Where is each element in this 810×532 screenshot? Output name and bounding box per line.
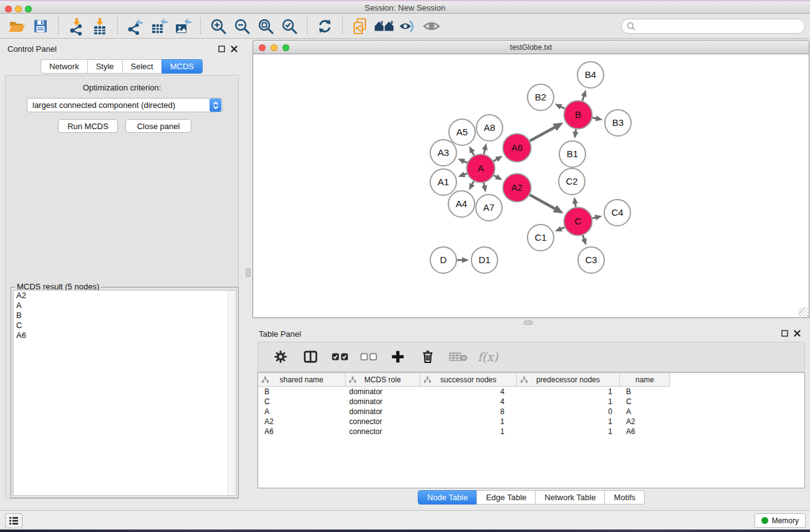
shared-column-icon xyxy=(521,377,528,383)
tab-edge-table[interactable]: Edge Table xyxy=(476,490,536,505)
mcds-result-item[interactable]: A xyxy=(14,301,236,311)
table-cell: C xyxy=(258,397,345,407)
list-scrollbar[interactable] xyxy=(228,291,236,495)
table-cell: connector xyxy=(345,417,420,427)
tab-node-table[interactable]: Node Table xyxy=(418,490,478,505)
network-window: testGlobe.txt AA1A2A3A4A5A6A7A8BB1B2B3B4… xyxy=(253,40,809,318)
column-header-shared-name[interactable]: shared name xyxy=(258,373,345,387)
table-cell: dominator xyxy=(345,407,420,417)
table-cell: 8 xyxy=(420,407,517,417)
resize-grip[interactable] xyxy=(799,307,808,317)
split-columns-icon[interactable] xyxy=(301,347,321,367)
tab-style[interactable]: Style xyxy=(87,59,123,74)
search-input[interactable] xyxy=(621,19,805,34)
table-cell: 4 xyxy=(420,397,517,407)
table-cell: A2 xyxy=(620,417,670,427)
table-row[interactable]: Adominator80A xyxy=(258,407,804,417)
table-row[interactable]: Bdominator41B xyxy=(258,387,804,397)
optimization-criterion-label: Optimization criterion: xyxy=(6,83,238,92)
graph-node-label: A6 xyxy=(511,142,523,153)
graph-node-label: A8 xyxy=(484,122,495,133)
tab-network-table[interactable]: Network Table xyxy=(535,490,605,505)
control-panel: Control Panel NetworkStyleSelectMCDS Opt… xyxy=(0,39,243,510)
zoom-out-icon[interactable] xyxy=(232,16,252,36)
vertical-divider-handle[interactable] xyxy=(246,268,251,277)
control-panel-title: Control Panel xyxy=(7,44,57,54)
mcds-result-item[interactable]: A6 xyxy=(14,331,236,341)
table-cell: A6 xyxy=(620,427,670,437)
zoom-fit-icon[interactable] xyxy=(256,16,276,36)
tab-select[interactable]: Select xyxy=(122,59,162,74)
network-graph: AA1A2A3A4A5A6A7A8BB1B2B3B4CC1C2C3C4DD1 xyxy=(253,54,809,317)
network-canvas[interactable]: AA1A2A3A4A5A6A7A8BB1B2B3B4CC1C2C3C4DD1 xyxy=(253,54,809,318)
home-icon[interactable] xyxy=(374,16,394,36)
graph-node-label: C1 xyxy=(534,232,546,243)
table-toolbar: f(x) xyxy=(258,342,805,372)
eye-slash-icon[interactable] xyxy=(398,16,418,36)
trash-icon[interactable] xyxy=(418,347,438,367)
memory-button[interactable]: Memory xyxy=(755,513,806,528)
select-stepper-icon xyxy=(210,99,221,112)
close-panel-button[interactable]: Close panel xyxy=(125,119,191,133)
table-row[interactable]: Cdominator41C xyxy=(258,397,804,407)
close-table-panel-icon[interactable] xyxy=(793,329,801,337)
horizontal-divider-handle[interactable] xyxy=(524,321,533,325)
unselect-all-checkboxes-icon[interactable] xyxy=(359,347,378,367)
criterion-select[interactable]: largest connected component (directed) xyxy=(27,98,223,112)
import-network-icon[interactable] xyxy=(66,16,86,36)
graph-edge-A6-B xyxy=(530,127,556,141)
select-all-checkboxes-icon[interactable] xyxy=(330,347,349,367)
tab-network[interactable]: Network xyxy=(41,59,88,74)
graph-node-label: A5 xyxy=(456,127,468,137)
refresh-icon[interactable] xyxy=(315,16,335,36)
mcds-result-list: A2ABCA6 xyxy=(13,290,236,496)
close-panel-icon[interactable] xyxy=(229,44,238,53)
task-history-button[interactable] xyxy=(5,513,22,528)
network-window-titlebar: testGlobe.txt xyxy=(253,40,809,54)
memory-label: Memory xyxy=(772,516,799,525)
table-cell: 1 xyxy=(517,417,620,427)
run-mcds-button[interactable]: Run MCDS xyxy=(58,119,118,133)
mcds-result-item[interactable]: C xyxy=(14,321,236,331)
delete-table-icon xyxy=(448,347,469,367)
save-icon[interactable] xyxy=(31,16,51,36)
table-cell: A6 xyxy=(258,427,345,437)
open-folder-icon[interactable] xyxy=(7,16,27,36)
node-table[interactable]: shared nameMCDS rolesuccessor nodesprede… xyxy=(258,372,805,488)
mcds-result-item[interactable]: B xyxy=(14,311,236,321)
gear-icon[interactable] xyxy=(271,347,291,367)
table-cell: 1 xyxy=(420,417,517,427)
zoom-selected-icon[interactable] xyxy=(279,16,299,36)
tab-motifs[interactable]: Motifs xyxy=(604,490,645,505)
column-header-predecessor-nodes[interactable]: predecessor nodes xyxy=(517,373,620,387)
shared-column-icon xyxy=(424,377,431,383)
table-cell: 4 xyxy=(420,387,517,397)
add-column-icon[interactable] xyxy=(388,347,408,367)
mcds-result-item[interactable]: A2 xyxy=(14,291,236,301)
tab-mcds[interactable]: MCDS xyxy=(162,59,203,74)
table-row[interactable]: A6connector11A6 xyxy=(258,427,804,437)
export-table-icon[interactable] xyxy=(149,16,169,36)
column-header-name[interactable]: name xyxy=(620,373,670,387)
import-table-icon[interactable] xyxy=(90,16,110,36)
desktop-background-bottom xyxy=(0,530,810,532)
list-icon xyxy=(9,516,19,525)
status-bar: Memory xyxy=(0,510,810,530)
table-row[interactable]: A2connector11A2 xyxy=(258,417,804,427)
table-cell: A xyxy=(620,407,670,417)
export-network-icon[interactable] xyxy=(125,16,145,36)
zoom-in-icon[interactable] xyxy=(208,16,228,36)
graph-node-label: B xyxy=(575,109,581,120)
table-cell: dominator xyxy=(345,397,420,407)
export-image-icon[interactable] xyxy=(173,16,193,36)
column-header-MCDS-role[interactable]: MCDS role xyxy=(345,373,420,387)
graph-node-label: D1 xyxy=(478,254,490,265)
column-header-successor-nodes[interactable]: successor nodes xyxy=(420,373,517,387)
eye-icon[interactable] xyxy=(422,16,441,36)
copy-network-icon[interactable] xyxy=(350,16,370,36)
float-table-panel-icon[interactable] xyxy=(780,329,789,337)
graph-node-label: B1 xyxy=(567,148,578,159)
criterion-select-value: largest connected component (directed) xyxy=(27,100,210,110)
float-panel-icon[interactable] xyxy=(217,44,226,53)
graph-node-label: B2 xyxy=(535,92,546,102)
